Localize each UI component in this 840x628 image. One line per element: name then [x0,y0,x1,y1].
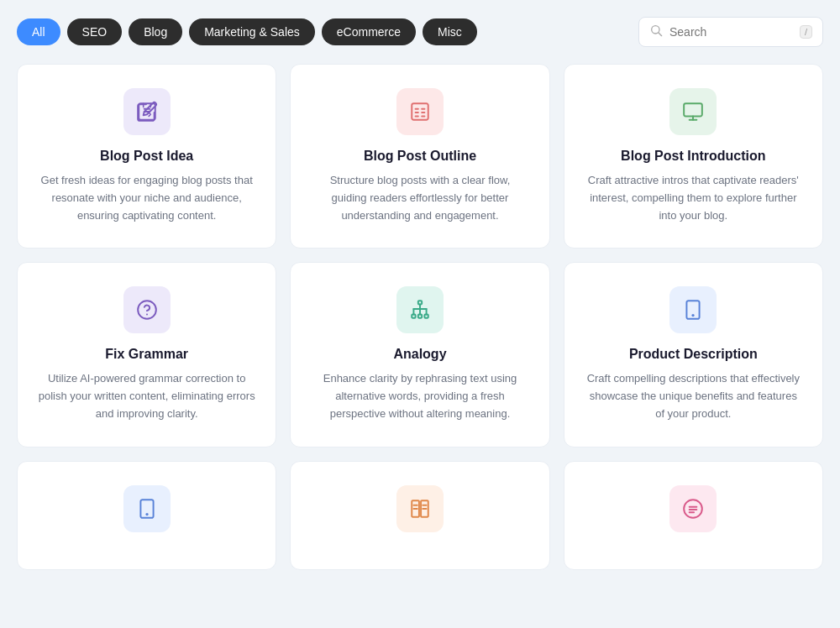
card-icon-book [396,485,444,532]
search-input[interactable] [669,25,793,39]
card-title: Blog Post Introduction [621,149,765,164]
cards-grid: Blog Post Idea Get fresh ideas for engag… [17,64,823,570]
card-title: Blog Post Idea [100,149,193,164]
card-partial-2[interactable] [290,461,549,570]
card-icon-monitor [669,88,717,135]
card-fix-grammar[interactable]: Fix Grammar Utilize AI-powered grammar c… [17,262,276,447]
card-blog-post-introduction[interactable]: Blog Post Introduction Craft attractive … [564,64,823,249]
card-description: Utilize AI-powered grammar correction to… [38,370,255,422]
card-blog-post-outline[interactable]: Blog Post Outline Structure blog posts w… [290,64,549,249]
card-blog-post-idea[interactable]: Blog Post Idea Get fresh ideas for engag… [17,64,276,249]
card-partial-1[interactable] [17,461,276,570]
card-icon-hierarchy [396,286,444,333]
svg-line-1 [659,33,662,36]
card-title: Analogy [393,347,446,362]
card-icon-mobile2 [123,485,171,532]
card-title: Fix Grammar [105,347,188,362]
search-shortcut: / [800,25,812,39]
filter-blog[interactable]: Blog [129,18,182,45]
filter-all[interactable]: All [17,18,60,45]
svg-rect-12 [684,103,702,116]
filter-bar: All SEO Blog Marketing & Sales eCommerce… [17,17,823,47]
card-icon-list [396,88,444,135]
card-title: Product Description [629,347,758,362]
card-analogy[interactable]: Analogy Enhance clarity by rephrasing te… [290,262,549,447]
card-icon-list2 [669,485,717,532]
filter-seo[interactable]: SEO [67,18,123,45]
card-description: Craft compelling descriptions that effec… [585,370,802,422]
filter-misc[interactable]: Misc [423,18,477,45]
svg-point-36 [684,500,702,518]
svg-rect-5 [412,103,428,120]
card-description: Craft attractive intros that captivate r… [585,172,802,224]
card-description: Enhance clarity by rephrasing text using… [311,370,528,422]
svg-point-15 [138,301,156,320]
card-partial-3[interactable] [564,461,823,570]
search-container: / [638,17,823,47]
card-icon-question [123,286,171,333]
card-icon-mobile [669,286,717,333]
card-description: Get fresh ideas for engaging blog posts … [38,172,255,224]
card-icon-edit [123,88,171,135]
filter-marketing[interactable]: Marketing & Sales [189,18,315,45]
card-description: Structure blog posts with a clear flow, … [311,172,528,224]
card-product-description[interactable]: Product Description Craft compelling des… [564,262,823,447]
card-title: Blog Post Outline [364,149,476,164]
filter-ecommerce[interactable]: eCommerce [322,18,416,45]
search-icon [649,24,663,40]
